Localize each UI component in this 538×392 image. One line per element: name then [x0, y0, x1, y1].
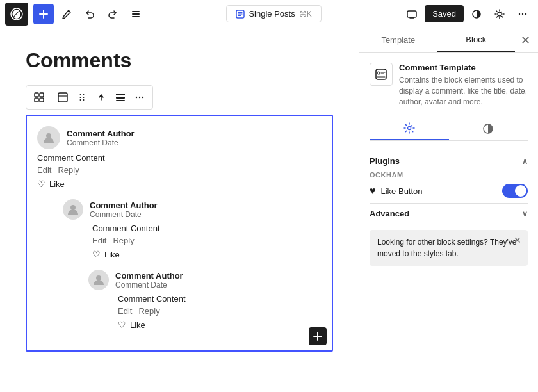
svg-rect-5 — [407, 11, 416, 17]
heart-icon: ♡ — [37, 179, 45, 189]
svg-point-25 — [136, 97, 137, 98]
edit-link[interactable]: Edit — [118, 306, 132, 316]
theme-button[interactable] — [489, 4, 510, 24]
comment-content: Comment Content — [92, 224, 322, 233]
svg-point-29 — [70, 205, 76, 210]
svg-point-9 — [522, 13, 523, 14]
svg-point-21 — [83, 99, 85, 101]
plugins-header[interactable]: Plugins ∧ — [370, 151, 528, 171]
svg-point-10 — [525, 13, 526, 14]
settings-icon-tab[interactable] — [370, 117, 449, 140]
block-name: Comment Template — [399, 63, 528, 72]
comment-block: Comment Author Comment Date Comment Cont… — [26, 115, 333, 352]
advanced-header[interactable]: Advanced ∨ — [370, 204, 528, 224]
reply-link[interactable]: Reply — [58, 165, 79, 175]
avatar — [63, 199, 83, 220]
svg-point-17 — [80, 97, 81, 98]
post-title-pill[interactable]: Single Posts ⌘K — [226, 5, 321, 22]
add-block-btn[interactable] — [309, 327, 327, 345]
plugin-name: ♥ Like Button — [370, 185, 423, 197]
block-more-options[interactable] — [131, 88, 149, 106]
edit-link[interactable]: Edit — [92, 236, 106, 245]
styles-button[interactable] — [466, 4, 487, 24]
sidebar-content: Comment Template Contains the block elem… — [359, 53, 538, 392]
plugins-label: Plugins — [370, 156, 400, 166]
svg-rect-23 — [116, 97, 125, 99]
tab-template[interactable]: Template — [359, 28, 437, 52]
more-options-button[interactable] — [512, 4, 533, 24]
comment-header: Comment Author Comment Date — [63, 199, 322, 220]
tab-block[interactable]: Block — [437, 28, 516, 52]
svg-rect-24 — [116, 100, 125, 101]
svg-point-16 — [80, 94, 81, 95]
block-drag-button[interactable] — [73, 88, 91, 106]
svg-rect-14 — [40, 98, 44, 102]
comment-author: Comment Author — [90, 200, 158, 210]
comment-content: Comment Content — [37, 153, 322, 163]
comment-author: Comment Author — [67, 129, 134, 138]
sidebar-icon-tabs — [370, 117, 528, 141]
post-title-text: Single Posts — [249, 9, 295, 19]
like-button-toggle[interactable] — [502, 184, 528, 198]
wp-logo-icon[interactable] — [5, 3, 28, 26]
block-align-button[interactable] — [111, 88, 129, 106]
block-toolbar — [26, 85, 153, 110]
svg-rect-1 — [132, 11, 140, 12]
comment-date: Comment Date — [115, 281, 183, 290]
svg-point-19 — [83, 94, 85, 95]
like-row: ♡ Like — [92, 249, 322, 259]
svg-rect-11 — [35, 93, 38, 97]
reply-link[interactable]: Reply — [113, 236, 134, 245]
like-row: ♡ Like — [37, 179, 322, 189]
edit-mode-button[interactable] — [56, 4, 77, 24]
info-box: Looking for other block settings? They'v… — [370, 230, 528, 266]
svg-rect-12 — [40, 93, 44, 97]
comment-item: Comment Author Comment Date Comment Cont… — [37, 126, 322, 189]
block-text: Comment Template Contains the block elem… — [399, 63, 528, 107]
comment-meta: Comment Author Comment Date — [90, 200, 158, 219]
sidebar-close-button[interactable]: ✕ — [515, 30, 535, 51]
avatar — [88, 270, 109, 290]
block-move-up-button[interactable] — [92, 88, 110, 106]
svg-point-30 — [96, 275, 101, 281]
block-type-button[interactable] — [30, 88, 48, 106]
block-layout-button[interactable] — [54, 88, 72, 106]
reply-link[interactable]: Reply — [138, 306, 159, 316]
comment-content: Comment Content — [118, 294, 322, 304]
undo-button[interactable] — [79, 4, 100, 24]
comment-meta: Comment Author Comment Date — [67, 129, 134, 147]
plugin-row: ♥ Like Button — [370, 184, 528, 198]
toolbar-title: Single Posts ⌘K — [149, 5, 399, 22]
svg-rect-13 — [35, 98, 38, 102]
svg-rect-2 — [132, 13, 140, 15]
svg-point-18 — [80, 99, 81, 101]
comment-author: Comment Author — [115, 271, 183, 281]
nested-comment: Comment Author Comment Date Comment Cont… — [63, 199, 322, 330]
block-desc: Contains the block elements used to disp… — [399, 75, 528, 107]
comment-date: Comment Date — [90, 210, 158, 219]
comment-header: Comment Author Comment Date — [37, 126, 322, 149]
add-block-button[interactable] — [33, 4, 54, 24]
list-view-button[interactable] — [126, 4, 146, 24]
comment-actions: Edit Reply — [92, 236, 322, 245]
svg-point-32 — [377, 72, 380, 74]
comment-actions: Edit Reply — [118, 306, 322, 316]
appearance-icon-tab[interactable] — [449, 117, 528, 140]
redo-button[interactable] — [102, 4, 123, 24]
advanced-label: Advanced — [370, 209, 409, 218]
like-text: Like — [104, 250, 120, 259]
main-toolbar: Single Posts ⌘K Saved — [0, 0, 538, 28]
preview-button[interactable] — [402, 4, 422, 24]
comment-actions: Edit Reply — [37, 165, 322, 175]
svg-rect-3 — [132, 16, 140, 17]
like-text: Like — [49, 179, 65, 189]
plugin-name-text: Like Button — [381, 186, 423, 196]
editor-area: Comments — [0, 28, 359, 392]
saved-button[interactable]: Saved — [425, 5, 464, 22]
edit-link[interactable]: Edit — [37, 165, 51, 175]
svg-point-8 — [519, 13, 520, 14]
info-box-text: Looking for other block settings? They'v… — [377, 238, 517, 258]
info-box-close-button[interactable]: ✕ — [511, 234, 524, 247]
page-title: Comments — [26, 49, 333, 72]
avatar — [37, 126, 60, 149]
